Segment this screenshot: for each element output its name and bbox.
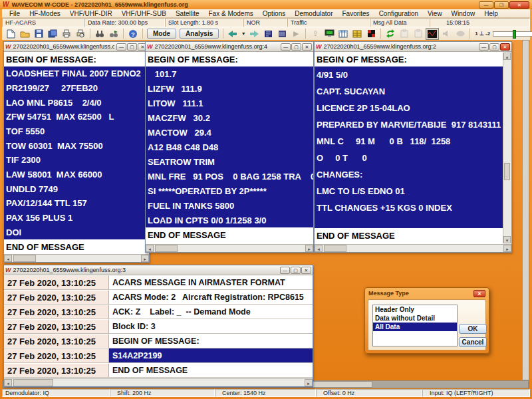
menu-hf-modes[interactable]: HF-Modes <box>25 10 65 17</box>
message-window-4[interactable]: W 27022020h01_6559www.klingenfuss.org:4 … <box>145 41 314 253</box>
clipboard-1-icon[interactable] <box>398 28 411 40</box>
export-icon[interactable]: ⇪ <box>309 28 322 40</box>
scroll-left-arrow[interactable]: ◂ <box>315 245 323 252</box>
minimize-button[interactable]: — <box>116 43 126 51</box>
save-icon[interactable] <box>32 28 45 40</box>
dropdown-arrow-icon[interactable]: ▼ <box>240 28 247 40</box>
scroll-up-arrow[interactable]: ▴ <box>503 53 511 60</box>
listbox-option-data-without-detail[interactable]: Data without Detail <box>373 314 457 323</box>
close-button[interactable]: ✕ <box>509 1 529 9</box>
listbox-option-header-only[interactable]: Header Only <box>373 305 457 314</box>
columns-icon[interactable] <box>336 28 350 40</box>
scroll-right-arrow[interactable]: ▸ <box>141 255 149 262</box>
menu-satellite[interactable]: Satellite <box>171 10 204 17</box>
listbox-option-all-data[interactable]: All Data <box>373 323 457 331</box>
scroll-left-arrow[interactable]: ◂ <box>146 245 154 252</box>
minimize-button[interactable]: — <box>479 1 493 9</box>
menu-view[interactable]: View <box>423 10 447 17</box>
menu-options[interactable]: Options <box>258 10 290 17</box>
message-window-2[interactable]: W 27022020h01_6559www.klingenfuss.org:2 … <box>314 41 512 253</box>
log-row[interactable]: 27 Feb 2020, 13:10:25 ACARS MESSAGE IN A… <box>4 275 313 290</box>
scroll-left-arrow[interactable]: ◂ <box>4 379 12 386</box>
log-row[interactable]: 27 Feb 2020, 13:10:25 ACARS Mode: 2 Airc… <box>4 290 313 305</box>
log-row[interactable]: 27 Feb 2020, 13:10:25 BEGIN OF MESSAGE: <box>4 334 313 348</box>
cancel-button[interactable]: Cancel <box>459 337 487 347</box>
scroll-left-arrow[interactable]: ◂ <box>4 255 12 262</box>
log-row[interactable]: 27 Feb 2020, 13:10:25 ACK: Z Label: _ --… <box>4 305 313 319</box>
menu-favorites[interactable]: Favorites <box>338 10 374 17</box>
maximize-button[interactable]: ▢ <box>489 43 499 51</box>
menu-demodulator[interactable]: Demodulator <box>290 10 337 17</box>
restore-button[interactable]: ❐ <box>494 1 509 9</box>
stream-1-icon[interactable] <box>261 28 275 40</box>
scroll-thumb[interactable] <box>13 255 36 262</box>
minimize-button[interactable]: — <box>280 267 290 274</box>
window4-titlebar[interactable]: W 27022020h01_6559www.klingenfuss.org:4 … <box>146 42 313 52</box>
mode-button[interactable]: Mode <box>147 29 176 39</box>
log-row-selected[interactable]: 27 Feb 2020, 13:10:25 S14A2P2199 <box>4 348 313 363</box>
ok-button[interactable]: OK <box>459 324 487 334</box>
horizontal-scrollbar[interactable]: ◂ ▸ <box>146 244 313 252</box>
window2-titlebar[interactable]: W 27022020h01_6559www.klingenfuss.org:2 … <box>315 42 511 52</box>
maximize-button[interactable]: ▢ <box>127 43 137 51</box>
analysis-button[interactable]: Analysis <box>180 29 219 39</box>
horizontal-scrollbar[interactable]: ◂ ▸ <box>4 378 313 386</box>
dialog-close-button[interactable]: ✕ <box>473 290 485 297</box>
menu-vhf-uhf-dir[interactable]: VHF/UHF-DIR <box>65 10 117 17</box>
back-arrow-icon[interactable] <box>226 28 239 40</box>
record-icon[interactable] <box>454 28 467 40</box>
tuning-slider[interactable] <box>493 31 532 37</box>
message-window-3[interactable]: W 27022020h01_6559www.klingenfuss.org:3 … <box>3 265 313 387</box>
window1-titlebar[interactable]: W 27022020h01_6559www.klingenfuss.org:1 … <box>4 42 149 52</box>
scroll-thumb[interactable] <box>155 245 178 252</box>
save-all-icon[interactable] <box>46 28 59 40</box>
speaker-icon[interactable] <box>440 28 453 40</box>
scroll-right-arrow[interactable]: ▸ <box>503 245 511 252</box>
open-folder-icon[interactable] <box>18 28 31 40</box>
main-titlebar[interactable]: W WAVECOM W-CODE - 27022020h01_6559www.k… <box>0 0 532 9</box>
message-type-dialog[interactable]: Message Type ✕ Header Only Data without … <box>364 287 489 354</box>
forward-arrow-icon[interactable] <box>247 28 261 40</box>
play-icon[interactable]: ▶ <box>289 28 303 40</box>
help-icon[interactable]: ? <box>126 28 140 40</box>
close-button[interactable]: ✕ <box>301 267 311 274</box>
mdi-vertical-scrollbar[interactable] <box>522 40 529 380</box>
maximize-button[interactable]: ▢ <box>291 43 301 51</box>
monitor-icon[interactable] <box>323 28 336 40</box>
clipboard-2-icon[interactable] <box>412 28 425 40</box>
print-preview-icon[interactable] <box>74 28 87 40</box>
iq-toggle-icon[interactable] <box>426 28 439 40</box>
scroll-thumb[interactable] <box>504 163 510 180</box>
menu-fax-modems[interactable]: Fax & Modems <box>204 10 258 17</box>
menu-vhf-uhf-sub[interactable]: VHF/UHF-SUB <box>117 10 171 17</box>
scroll-down-arrow[interactable]: ▾ <box>503 236 511 243</box>
refresh-icon[interactable] <box>384 28 397 40</box>
grid-icon[interactable] <box>350 28 364 40</box>
maximize-button[interactable]: ▢ <box>291 267 301 274</box>
vertical-scrollbar[interactable]: ▴ ▾ <box>503 53 511 243</box>
horizontal-scrollbar[interactable]: ◂ ▸ <box>315 244 511 252</box>
menu-help[interactable]: Help <box>479 10 503 17</box>
scroll-right-arrow[interactable]: ▸ <box>305 379 313 386</box>
find-icon[interactable] <box>93 28 106 40</box>
find-next-icon[interactable] <box>107 28 120 40</box>
horizontal-scrollbar[interactable]: ◂ ▸ <box>4 254 149 262</box>
close-button[interactable]: ✕ <box>500 43 510 51</box>
menu-window[interactable]: Window <box>447 10 480 17</box>
checker-icon[interactable] <box>364 28 378 40</box>
scroll-right-arrow[interactable]: ▸ <box>305 245 313 252</box>
dialog-titlebar[interactable]: Message Type ✕ <box>365 288 489 299</box>
new-file-icon[interactable] <box>4 28 17 40</box>
close-button[interactable]: ✕ <box>302 43 312 51</box>
print-icon[interactable] <box>60 28 73 40</box>
minimize-button[interactable]: — <box>281 43 291 51</box>
scroll-thumb[interactable] <box>13 379 53 386</box>
slider-thumb[interactable] <box>513 30 516 39</box>
window3-titlebar[interactable]: W 27022020h01_6559www.klingenfuss.org:3 … <box>4 265 313 275</box>
message-window-1[interactable]: W 27022020h01_6559www.klingenfuss.org:1 … <box>3 41 150 263</box>
minimize-button[interactable]: — <box>479 43 489 51</box>
scroll-thumb[interactable] <box>324 245 346 252</box>
message-type-listbox[interactable]: Header Only Data without Detail All Data <box>372 305 458 346</box>
log-row[interactable]: 27 Feb 2020, 13:10:25 END OF MESSAGE <box>4 363 313 378</box>
menu-file[interactable]: File <box>5 10 25 17</box>
